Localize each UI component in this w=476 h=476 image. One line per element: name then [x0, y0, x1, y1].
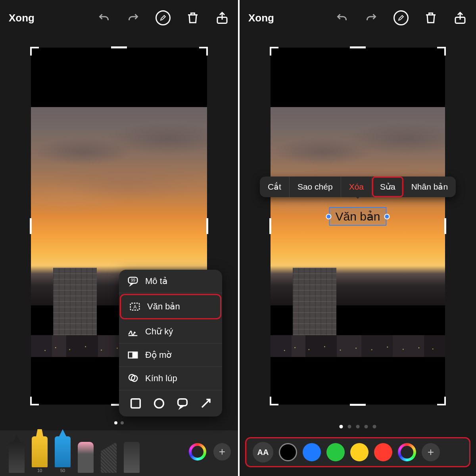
- crop-handle-right[interactable]: [444, 218, 446, 234]
- text-annotation[interactable]: Văn bản: [329, 207, 386, 226]
- text-box-icon: A: [129, 301, 141, 313]
- color-swatch-blue[interactable]: [303, 443, 321, 461]
- crop-handle-tl[interactable]: [30, 47, 39, 56]
- redo-icon[interactable]: [126, 11, 140, 25]
- crop-handle-bottom[interactable]: [350, 404, 366, 406]
- crop-handle-left[interactable]: [269, 218, 271, 234]
- text-handle-right[interactable]: [384, 214, 390, 219]
- crop-handle-bl[interactable]: [270, 397, 278, 405]
- popup-signature[interactable]: Chữ ký: [119, 320, 222, 344]
- done-button[interactable]: Xong: [9, 12, 35, 24]
- text-annotation-value: Văn bản: [335, 210, 380, 223]
- popup-signature-label: Chữ ký: [145, 326, 173, 337]
- shape-arrow-icon[interactable]: [199, 397, 213, 410]
- context-duplicate[interactable]: Nhân bản: [403, 177, 456, 197]
- add-popup: 99 Mô tả A Văn bản Chữ ký Độ mờ Kính lúp: [119, 270, 222, 416]
- color-picker-icon[interactable]: [189, 443, 206, 461]
- color-swatch-green[interactable]: [326, 443, 345, 461]
- popup-text[interactable]: A Văn bản: [120, 294, 221, 319]
- done-button[interactable]: Xong: [248, 12, 274, 24]
- eraser-tool[interactable]: [76, 442, 95, 473]
- toolbar: Xong: [0, 0, 238, 36]
- crop-handle-tl[interactable]: [270, 47, 278, 56]
- pen-tool[interactable]: [7, 435, 26, 473]
- toolbar: Xong: [240, 0, 476, 36]
- highlighter-tool[interactable]: 10: [30, 429, 49, 473]
- page-dots: [340, 425, 376, 428]
- trash-icon[interactable]: [186, 11, 200, 25]
- trash-icon[interactable]: [424, 11, 438, 25]
- context-delete[interactable]: Xóa: [341, 177, 372, 197]
- popup-describe[interactable]: 99 Mô tả: [119, 270, 222, 293]
- share-icon[interactable]: [453, 11, 467, 25]
- markup-icon[interactable]: [393, 10, 409, 25]
- crop-handle-top[interactable]: [111, 46, 127, 48]
- right-pane: Xong Cắt Sao chép Xóa Sửa Nhân bản Văn b: [238, 0, 476, 476]
- crop-handle-right[interactable]: [206, 218, 208, 234]
- signature-icon: [127, 326, 139, 338]
- page-dots: [114, 421, 124, 424]
- pencil-size: 50: [60, 468, 65, 473]
- crop-handle-left[interactable]: [30, 218, 32, 234]
- crop-handle-bl[interactable]: [30, 397, 39, 405]
- color-swatch-red[interactable]: [374, 443, 392, 461]
- svg-rect-12: [178, 399, 187, 406]
- svg-rect-7: [133, 352, 137, 358]
- svg-text:A: A: [133, 304, 137, 310]
- text-style-tray: AA +: [245, 437, 470, 467]
- popup-text-label: Văn bản: [147, 301, 180, 312]
- ruler-tool[interactable]: [122, 442, 141, 473]
- crop-handle-tr[interactable]: [199, 47, 208, 56]
- markup-tool-tray: 10 50 +: [0, 430, 238, 476]
- pencil-tool[interactable]: 50: [53, 429, 72, 473]
- popup-magnifier[interactable]: Kính lúp: [119, 367, 222, 390]
- opacity-icon: [127, 349, 139, 361]
- context-copy[interactable]: Sao chép: [290, 177, 341, 197]
- context-menu: Cắt Sao chép Xóa Sửa Nhân bản: [260, 177, 456, 197]
- context-cut[interactable]: Cắt: [260, 177, 290, 197]
- shape-circle-icon[interactable]: [152, 397, 166, 410]
- color-swatch-black[interactable]: [279, 443, 297, 461]
- crop-handle-top[interactable]: [350, 46, 366, 48]
- photo-building: [53, 268, 97, 343]
- svg-line-13: [202, 399, 210, 407]
- photo-clouds: [31, 107, 207, 234]
- lasso-tool[interactable]: [99, 442, 118, 473]
- svg-point-11: [154, 399, 163, 408]
- svg-rect-10: [131, 399, 140, 408]
- popup-opacity-label: Độ mờ: [145, 350, 171, 360]
- left-pane: Xong 99 Mô tả A Văn bản: [0, 0, 238, 476]
- speech-bubble-icon: 99: [127, 275, 139, 287]
- add-button[interactable]: +: [422, 443, 440, 461]
- popup-shapes: [119, 390, 222, 416]
- color-picker-icon[interactable]: [398, 443, 416, 461]
- image-canvas[interactable]: [271, 48, 445, 405]
- magnifier-icon: [127, 372, 139, 384]
- markup-icon[interactable]: [155, 10, 171, 25]
- popup-describe-label: Mô tả: [145, 276, 167, 286]
- redo-icon[interactable]: [364, 11, 378, 25]
- context-edit[interactable]: Sửa: [372, 177, 403, 197]
- shape-square-icon[interactable]: [129, 397, 142, 410]
- undo-icon[interactable]: [97, 11, 111, 25]
- crop-handle-br[interactable]: [437, 397, 446, 405]
- shape-speech-icon[interactable]: [176, 397, 189, 410]
- photo-building: [293, 268, 336, 343]
- photo-lights: [271, 337, 445, 356]
- color-swatch-yellow[interactable]: [350, 443, 369, 461]
- undo-icon[interactable]: [335, 11, 349, 25]
- popup-magnifier-label: Kính lúp: [145, 373, 177, 384]
- crop-handle-tr[interactable]: [437, 47, 446, 56]
- svg-text:99: 99: [131, 278, 136, 282]
- share-icon[interactable]: [215, 11, 229, 25]
- add-button[interactable]: +: [213, 443, 231, 461]
- highlighter-size: 10: [37, 468, 42, 473]
- svg-rect-6: [129, 352, 133, 358]
- popup-opacity[interactable]: Độ mờ: [119, 344, 222, 367]
- text-handle-left[interactable]: [326, 214, 331, 219]
- font-button[interactable]: AA: [253, 442, 273, 463]
